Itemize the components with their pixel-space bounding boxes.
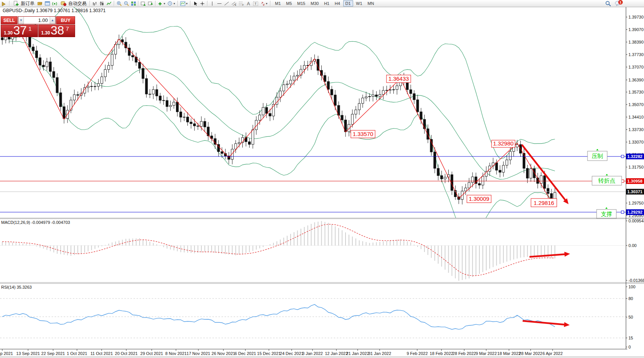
candle-up [46,62,48,67]
date-label: 15 Dec 2021 [257,351,281,356]
candle-up [492,163,494,166]
candle-up [303,65,305,69]
candle-up [97,83,99,86]
sell-price-tile[interactable]: 1.30 37 1 [1,25,38,37]
candle-down [56,78,58,93]
candle-up [351,114,353,124]
candle-up [234,144,237,149]
candle-up [540,176,542,183]
trade-controls-row: SELL ▼ 1.00 ▲ BUY [1,16,75,24]
turning-point-line-price-badge-text: 1.30958 [627,179,642,183]
candle-up [152,89,154,94]
date-label: 29 Oct 2021 [140,351,163,356]
candle-down [221,152,223,153]
candle-down [1,38,3,40]
candle-down [434,152,436,168]
candle-down [53,72,55,78]
volume-decrease-button[interactable]: ▼ [18,17,24,24]
candle-down [187,117,189,122]
candle-down [430,139,432,152]
candle-down [543,176,546,188]
candle-up [509,152,511,160]
candle-down [423,119,426,129]
candle-up [73,95,75,100]
candle-down [341,115,343,120]
candle-up [259,115,261,120]
price-axis-label: 1.35730 [628,90,644,94]
candle-down [495,163,498,170]
date-label: 6 Dec 2021 [235,351,256,356]
rsi-axis-label: 80 [628,296,633,301]
candle-up [389,90,391,90]
candle-up [361,98,364,104]
candle-down [162,100,165,101]
date-label: 2 Sep 2021 [0,351,13,356]
candle-down [90,86,93,87]
candle-down [523,153,525,169]
turning-point-line-label: 转折点 [598,177,616,184]
candle-up [516,145,518,147]
buy-price-tile[interactable]: 1.30 38 7 [38,25,75,37]
candle-up [530,169,532,178]
candle-down [440,176,443,179]
candle-down [176,102,179,112]
price-axis-label: 1.35070 [628,102,644,107]
swing-label-text: 1.29816 [534,200,554,206]
rsi-axis-label: 50 [628,315,633,319]
buy-button[interactable]: BUY [56,16,75,24]
candle-up [279,91,281,97]
date-label: 21 Jan 2022 [346,351,369,356]
price-axis-label: 1.36390 [628,78,644,82]
current-price-line-price-badge-text: 1.30371 [627,189,642,194]
volume-increase-button[interactable]: ▲ [50,17,55,24]
candle-down [197,126,199,126]
candle-up [554,192,556,199]
candle-down [427,129,429,139]
candle-down [8,37,10,39]
candle-down [190,122,192,124]
candle-down [132,55,134,57]
price-axis-label: 1.29750 [628,201,644,205]
candle-down [193,124,196,126]
candle-down [49,62,52,72]
candle-down [478,183,481,185]
swing-label-text: 1.32980 [493,140,514,147]
rsi-indicator-header: RSI(14) 35.3263 [1,285,32,289]
resistance-line-handle[interactable] [621,155,624,158]
candle-up [444,177,446,179]
candle-up [173,102,175,106]
candle-down [499,170,501,172]
candle-down [533,169,536,178]
candle-down [413,94,415,100]
candle-up [368,97,371,97]
candle-down [32,47,34,51]
price-axis-label: 1.38390 [628,40,644,44]
candle-up [386,90,388,91]
candle-up [512,147,515,152]
date-label: 9 Feb 2022 [407,351,428,356]
price-axis-label: 1.37070 [628,65,644,69]
candle-up [115,44,117,54]
sell-button[interactable]: SELL [1,16,17,24]
date-label: 24 Dec 2021 [280,351,303,356]
candle-down [142,68,144,78]
candle-up [465,188,467,191]
price-axis-label: 1.31750 [628,165,644,169]
candle-down [36,51,38,58]
support-line-handle[interactable] [621,211,624,214]
candle-up [289,80,292,84]
candle-up [293,76,295,80]
price-axis-label: 1.37730 [628,52,644,57]
volume-input[interactable]: 1.00 [24,17,50,24]
resistance-line-label: 压制 [592,153,603,159]
candle-down [437,168,439,175]
candle-up [183,117,185,117]
candle-down [39,58,41,65]
buy-price-sup: 7 [66,25,69,32]
candle-down [420,112,422,119]
date-label: 22 Sep 2021 [41,351,65,356]
candle-up [238,143,240,144]
chart-canvas: 压制转折点支撑1.364331.335701.329801.300091.298… [0,0,644,358]
candle-up [355,110,357,114]
date-label: 11 Oct 2021 [90,351,113,356]
